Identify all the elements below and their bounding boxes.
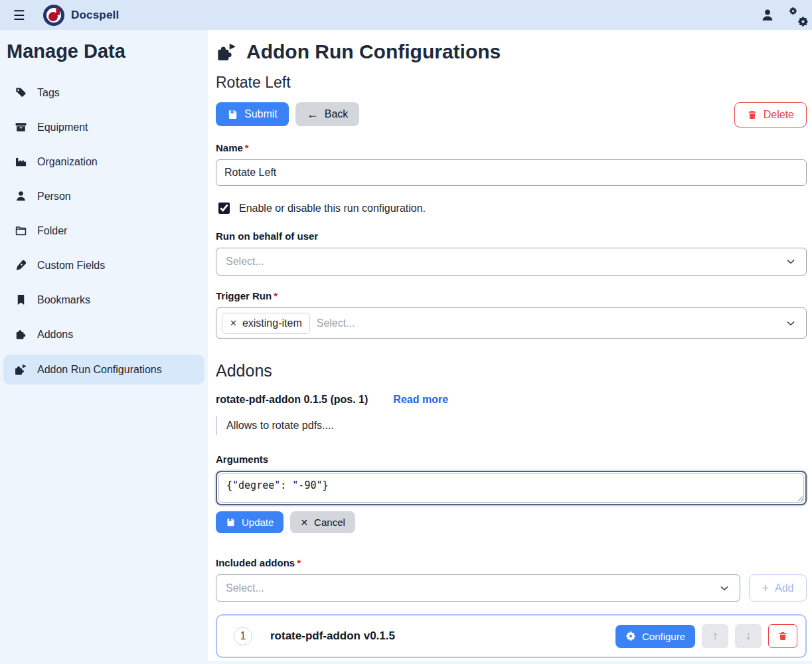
delete-button[interactable]: Delete	[734, 102, 807, 127]
sidebar-item-addon-run-configurations[interactable]: Addon Run Configurations	[3, 355, 204, 384]
sidebar-title: Manage Data	[7, 41, 204, 62]
chevron-down-icon	[785, 317, 797, 329]
person-icon	[14, 190, 27, 203]
included-addons-select[interactable]: Select...	[216, 574, 740, 602]
navbar-right	[759, 7, 801, 24]
cancel-button[interactable]: ✕ Cancel	[290, 511, 355, 533]
factory-icon	[14, 155, 27, 168]
pen-icon	[14, 259, 27, 272]
update-button[interactable]: Update	[216, 511, 284, 533]
up-arrow-icon: ↑	[712, 629, 718, 643]
run-user-select[interactable]: Select...	[216, 248, 807, 276]
sidebar-item-label: Folder	[37, 225, 67, 237]
addons-section-heading: Addons	[216, 361, 807, 380]
sidebar-item-bookmarks[interactable]: Bookmarks	[3, 286, 204, 314]
sidebar-item-organization[interactable]: Organization	[3, 147, 204, 176]
top-navbar: ☰ Docspell	[0, 0, 812, 30]
move-up-button[interactable]: ↑	[702, 624, 728, 648]
submit-button[interactable]: Submit	[216, 102, 289, 126]
sidebar-item-custom-fields[interactable]: Custom Fields	[3, 251, 204, 280]
gear-icon	[625, 631, 636, 641]
close-icon: ✕	[300, 517, 308, 528]
required-mark: *	[297, 557, 301, 568]
bookmark-icon	[14, 293, 27, 306]
sidebar-item-label: Organization	[37, 156, 98, 168]
name-input[interactable]	[216, 159, 807, 186]
run-user-label: Run on behalf of user	[216, 230, 807, 242]
name-label: Name*	[216, 142, 807, 153]
trigger-placeholder: Select...	[317, 317, 778, 329]
arguments-textarea[interactable]: {"degree": "-90"}	[218, 473, 804, 503]
addon-description: Allows to rotate pdfs....	[216, 416, 807, 435]
sidebar-item-label: Custom Fields	[37, 260, 105, 272]
chevron-down-icon	[785, 256, 797, 268]
enable-checkbox[interactable]	[218, 203, 230, 214]
trash-icon	[777, 631, 788, 641]
back-arrow-icon: ←	[307, 108, 319, 120]
sidebar-item-label: Tags	[37, 87, 60, 99]
position-badge: 1	[234, 627, 252, 645]
sidebar-item-label: Person	[37, 191, 71, 203]
back-button[interactable]: ← Back	[295, 102, 360, 126]
sidebar-item-equipment[interactable]: Equipment	[3, 113, 204, 141]
configure-button[interactable]: Configure	[615, 625, 695, 648]
docspell-logo	[42, 4, 65, 27]
save-icon	[226, 517, 236, 527]
trigger-run-label: Trigger Run*	[216, 290, 807, 301]
puzzle-play-icon	[14, 363, 27, 376]
included-addons-label: Included addons*	[216, 557, 807, 568]
down-arrow-icon: ↓	[746, 629, 752, 643]
main-content: Addon Run Configurations Rotate Left Sub…	[208, 30, 812, 661]
plus-icon: +	[762, 582, 770, 594]
page-title: Addon Run Configurations	[246, 41, 501, 63]
trigger-run-select[interactable]: ✕ existing-item Select...	[216, 307, 807, 339]
sidebar-item-label: Addon Run Configurations	[37, 364, 162, 376]
sidebar: Manage Data Tags Equipment	[0, 30, 208, 664]
sidebar-item-folder[interactable]: Folder	[3, 216, 204, 245]
page-background	[208, 661, 812, 664]
chevron-down-icon	[718, 582, 730, 594]
save-icon	[227, 109, 238, 120]
brand[interactable]: Docspell	[42, 4, 119, 27]
addon-title: rotate-pdf-addon 0.1.5 (pos. 1)	[216, 394, 368, 406]
settings-gears-icon[interactable]	[796, 14, 799, 17]
archive-box-icon	[14, 121, 27, 133]
trash-icon	[747, 110, 758, 120]
included-addons-placeholder: Select...	[226, 582, 712, 594]
menu-hamburger-icon[interactable]: ☰	[8, 6, 31, 25]
required-mark: *	[245, 142, 249, 153]
arguments-editor-frame: {"degree": "-90"}	[216, 471, 807, 505]
sidebar-item-label: Bookmarks	[37, 294, 90, 306]
sidebar-item-tags[interactable]: Tags	[3, 78, 204, 107]
arguments-label: Arguments	[216, 454, 807, 465]
config-name-heading: Rotate Left	[216, 74, 807, 92]
sidebar-item-label: Addons	[37, 329, 73, 341]
add-addon-button[interactable]: + Add	[749, 574, 807, 602]
user-account-icon[interactable]	[759, 7, 776, 24]
puzzle-icon	[14, 328, 27, 341]
included-addon-row: 1 rotate-pdf-addon v0.1.5 Configure ↑	[216, 614, 807, 658]
move-down-button[interactable]: ↓	[735, 624, 762, 648]
selected-trigger-chip[interactable]: ✕ existing-item	[222, 313, 310, 334]
puzzle-play-icon	[216, 41, 237, 62]
enable-checkbox-label: Enable or disable this run configuration…	[239, 203, 426, 214]
run-user-placeholder: Select...	[226, 256, 778, 268]
sidebar-item-label: Equipment	[37, 122, 88, 133]
sidebar-item-addons[interactable]: Addons	[3, 320, 204, 349]
brand-name: Docspell	[71, 9, 119, 22]
tag-icon	[14, 86, 27, 99]
folder-icon	[14, 224, 27, 237]
included-addon-name: rotate-pdf-addon v0.1.5	[270, 629, 395, 643]
required-mark: *	[274, 290, 278, 301]
read-more-link[interactable]: Read more	[393, 394, 448, 406]
remove-chip-icon[interactable]: ✕	[230, 319, 237, 327]
remove-addon-button[interactable]	[768, 624, 797, 648]
sidebar-item-person[interactable]: Person	[3, 182, 204, 210]
